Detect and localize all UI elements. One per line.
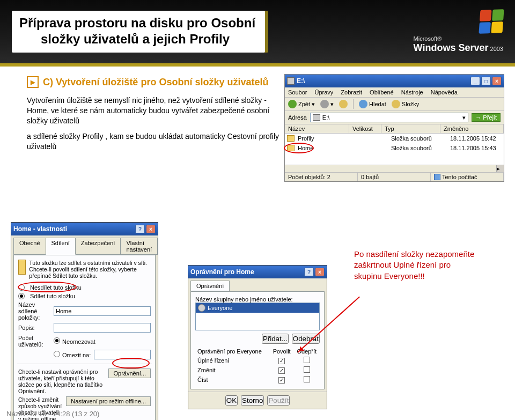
para-2: a sdílené složky Profily , kam se budou …: [27, 131, 279, 152]
brand-big: Windows Server: [414, 42, 489, 53]
col-allow: Povolit: [270, 347, 294, 356]
tab-obecne[interactable]: Obecné: [13, 238, 46, 255]
perm-cancel[interactable]: Storno: [241, 395, 264, 406]
menu-napoveda[interactable]: Nápověda: [431, 89, 458, 95]
body-text: Vytvořením úložiště se nemyslí nic jinéh…: [27, 95, 279, 151]
callout-l3: skupinu Everyone!!!: [354, 271, 499, 282]
brand-year: 2003: [490, 46, 503, 52]
menu-upravy[interactable]: Úpravy: [314, 89, 333, 95]
chk-full-deny[interactable]: [304, 357, 310, 363]
menu-oblibene[interactable]: Oblíbené: [370, 89, 394, 95]
search-icon: [359, 100, 367, 108]
limit-label: Počet uživatelů:: [18, 335, 50, 348]
callout-l2: zaškrtnout Uplné řízení pro: [354, 260, 499, 270]
col-name[interactable]: Název: [285, 124, 349, 133]
status-location: Tento počítač: [431, 173, 504, 181]
chk-read-deny[interactable]: [304, 376, 310, 382]
title-line2: složky uživatelů a jejich Profily: [19, 31, 255, 47]
minimize-button[interactable]: _: [470, 77, 480, 85]
col-type[interactable]: Typ: [381, 124, 440, 133]
go-button[interactable]: → Přejít: [472, 113, 501, 122]
group-icon: [198, 304, 205, 312]
permissions-titlebar[interactable]: Oprávnění pro Home ? ×: [188, 266, 327, 278]
slide-footer: Název: XI 16 - 14:28 (13 z 20): [0, 407, 515, 420]
tab-opravneni[interactable]: Oprávnění: [190, 281, 230, 291]
desc-label: Popis:: [18, 325, 50, 331]
bullet-arrow-icon: [27, 76, 39, 88]
tab-zabezpeceni[interactable]: Zabezpečení: [75, 238, 121, 255]
properties-tabs: Obecné Sdílení Zabezpečení Vlastní nasta…: [11, 235, 158, 255]
folder-icon: [287, 135, 295, 142]
highlight-permissions-btn: [112, 358, 150, 369]
forward-button[interactable]: ▾: [320, 100, 334, 108]
back-icon: [288, 100, 297, 108]
address-label: Adresa: [288, 114, 307, 121]
brand-text: Microsoft® Windows Server 2003: [414, 35, 503, 54]
everyone-entry[interactable]: Everyone: [196, 303, 319, 313]
highlight-circle-home: [284, 143, 314, 153]
address-field[interactable]: E:\ ▾: [310, 113, 468, 122]
up-button[interactable]: [339, 100, 348, 108]
desc-input[interactable]: [54, 323, 151, 333]
forward-icon: [320, 100, 329, 108]
permissions-dialog: Oprávnění pro Home ? × Oprávnění Název s…: [188, 265, 327, 409]
close-button[interactable]: ×: [146, 225, 156, 233]
title-line1: Příprava prostoru na disku pro Osobní: [19, 16, 255, 30]
explorer-window: E:\ _ □ × Soubor Úpravy Zobrazit Oblíben…: [284, 74, 504, 182]
add-button[interactable]: Přidat...: [262, 334, 289, 344]
opt-share[interactable]: Sdílet tuto složku: [18, 293, 151, 299]
help-button[interactable]: ?: [304, 268, 314, 276]
opt-lim[interactable]: [54, 351, 60, 357]
drive-icon: [287, 77, 295, 85]
tab-vlastni[interactable]: Vlastní nastavení: [120, 238, 158, 255]
col-modified[interactable]: Změněno: [440, 124, 504, 133]
folder-row-home[interactable]: Home Složka souborů 18.11.2005 15:43: [285, 143, 504, 153]
status-bytes: 0 bajtů: [358, 173, 431, 181]
close-button[interactable]: ×: [492, 77, 502, 85]
windows-logo: Microsoft® Windows Server 2003: [414, 10, 503, 54]
list-label: Název skupiny nebo jméno uživatele:: [195, 296, 320, 303]
permissions-button[interactable]: Oprávnění...: [108, 369, 151, 378]
section-text: Vytvoření úložiště pro Osobní složky uži…: [56, 77, 268, 88]
close-button[interactable]: ×: [315, 268, 325, 276]
tab-sdileni[interactable]: Sdílení: [46, 238, 76, 255]
help-button[interactable]: ?: [135, 225, 145, 233]
folder-share-icon: [18, 260, 26, 275]
chk-change-deny[interactable]: [304, 366, 310, 373]
folder-row-profily[interactable]: Profily Složka souborů 18.11.2005 15:42: [285, 134, 504, 143]
folders-button[interactable]: Složky: [392, 100, 419, 108]
slide-title: Příprava prostoru na disku pro Osobní sl…: [12, 11, 265, 53]
chk-read-allow[interactable]: [278, 377, 285, 384]
chk-full-allow[interactable]: [278, 358, 285, 364]
address-value: E:\: [322, 114, 329, 121]
explorer-title: E:\: [297, 77, 305, 85]
para-1: Vytvořením úložiště se nemyslí nic jinéh…: [27, 95, 279, 126]
properties-title: Home - vlastnosti: [13, 225, 67, 233]
back-button[interactable]: Zpět ▾: [288, 100, 315, 108]
menu-nastroje[interactable]: Nástroje: [401, 89, 423, 95]
permissions-title: Oprávnění pro Home: [190, 268, 254, 276]
opt-unlim[interactable]: [54, 337, 60, 344]
explorer-titlebar[interactable]: E:\ _ □ ×: [285, 75, 504, 87]
name-label: Název sdílené položky:: [18, 301, 50, 321]
maximize-button[interactable]: □: [481, 77, 491, 85]
share-name-input[interactable]: [54, 306, 151, 316]
slide-header: Příprava prostoru na disku pro Osobní sl…: [0, 0, 515, 63]
col-size[interactable]: Velikost: [349, 124, 381, 133]
callout: Po nasdílení složky nezapomeňte zaškrtno…: [354, 249, 499, 282]
offline-button[interactable]: Nastavení pro režim offline...: [66, 396, 151, 406]
properties-titlebar[interactable]: Home - vlastnosti ? ×: [11, 223, 158, 235]
user-list[interactable]: Everyone: [195, 303, 320, 330]
search-button[interactable]: Hledat: [359, 100, 386, 108]
section-letter: C): [43, 77, 53, 88]
perm-ok[interactable]: OK: [225, 395, 238, 406]
explorer-menu[interactable]: Soubor Úpravy Zobrazit Oblíbené Nástroje…: [285, 87, 504, 98]
chk-change-allow[interactable]: [278, 367, 285, 374]
slide-content: C) Vytvoření úložiště pro Osobní složky …: [0, 67, 515, 407]
menu-zobrazit[interactable]: Zobrazit: [341, 89, 362, 95]
drive-icon-small: [313, 114, 320, 121]
row-change: Změnit: [195, 365, 270, 375]
perm-apply[interactable]: Použít: [267, 395, 290, 406]
menu-soubor[interactable]: Soubor: [288, 89, 307, 95]
properties-dialog: Home - vlastnosti ? × Obecné Sdílení Zab…: [11, 222, 158, 420]
